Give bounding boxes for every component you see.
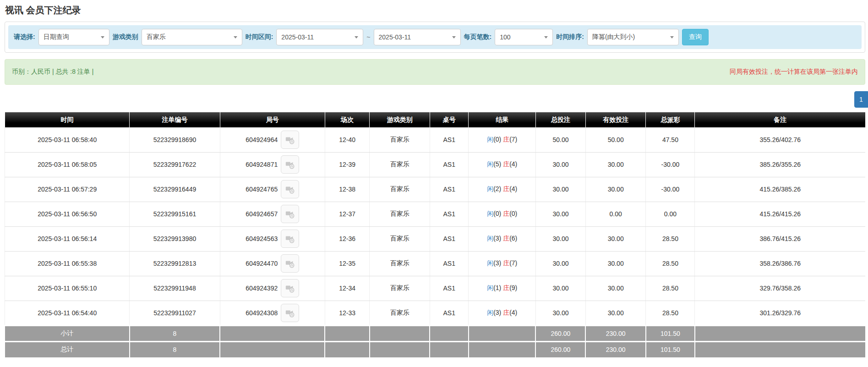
- cell-game-type: 百家乐: [370, 202, 430, 226]
- page-size-select[interactable]: 100: [495, 29, 553, 45]
- total-count: 8: [130, 341, 220, 357]
- banker-result-score: (7): [509, 259, 517, 267]
- total-total-bet: 260.00: [535, 341, 585, 357]
- cell-total-bet[interactable]: 30.00: [535, 276, 585, 301]
- cell-bet-id: 522329911027: [130, 301, 220, 325]
- cell-valid-bet: 30.00: [585, 152, 645, 177]
- table-row: 2025-03-11 06:54:40 522329911027 6049243…: [5, 301, 866, 325]
- cell-remark: 415.26/385.26: [695, 177, 865, 202]
- date-from-select[interactable]: 2025-03-11: [276, 29, 363, 45]
- cell-valid-bet: 0.00: [585, 202, 645, 226]
- cell-time: 2025-03-11 06:58:40: [5, 127, 130, 152]
- player-result-score: (3): [493, 259, 501, 267]
- video-replay-icon: [285, 258, 295, 268]
- player-result-score: (3): [493, 309, 501, 316]
- cell-bet-id: 522329911948: [130, 276, 220, 301]
- cell-result: 闲(3) 庄(4): [469, 301, 536, 325]
- video-replay-button[interactable]: [281, 155, 299, 174]
- video-replay-icon: [285, 308, 295, 318]
- page-1-button[interactable]: 1: [854, 91, 868, 108]
- cell-game-type: 百家乐: [370, 276, 430, 301]
- round-id-value: 604924392: [246, 285, 278, 292]
- cell-time: 2025-03-11 06:57:29: [5, 177, 130, 202]
- records-table: 时间 注单编号 局号 场次 游戏类别 桌号 结果 总投注 有效投注 总派彩 备注…: [5, 112, 865, 357]
- cell-total-bet[interactable]: 30.00: [535, 177, 585, 202]
- cell-session: 12-38: [325, 177, 370, 202]
- player-result-score: (0): [493, 210, 501, 217]
- cell-session: 12-35: [325, 251, 370, 276]
- summary-note: 同局有效投注，统一计算在该局第一张注单内: [730, 68, 858, 76]
- video-replay-button[interactable]: [281, 205, 299, 223]
- game-type-select[interactable]: 百家乐: [142, 29, 242, 45]
- cell-result: 闲(5) 庄(4): [469, 152, 536, 177]
- cell-round-id: 604924308: [220, 301, 325, 325]
- summary-bar: 币别：人民币 | 总共 :8 注单 | 同局有效投注，统一计算在该局第一张注单内: [5, 59, 865, 85]
- video-replay-icon: [285, 234, 295, 244]
- player-result-label: 闲: [487, 185, 493, 192]
- table-row: 2025-03-11 06:56:14 522329913980 6049245…: [5, 226, 866, 251]
- banker-result-score: (0): [509, 210, 517, 217]
- date-to-select[interactable]: 2025-03-11: [374, 29, 461, 45]
- video-replay-button[interactable]: [281, 279, 299, 297]
- query-type-select[interactable]: 日期查询: [38, 29, 109, 45]
- header-total-bet: 总投注: [535, 112, 585, 127]
- table-row: 2025-03-11 06:56:50 522329915161 6049246…: [5, 202, 866, 226]
- date-to-value: 2025-03-11: [379, 33, 411, 41]
- cell-total-bet[interactable]: 30.00: [535, 301, 585, 325]
- cell-session: 12-36: [325, 226, 370, 251]
- game-type-value: 百家乐: [147, 33, 166, 41]
- cell-table-no: AS1: [430, 301, 469, 325]
- banker-result-label: 庄: [503, 235, 509, 242]
- banker-result-label: 庄: [503, 259, 509, 267]
- banker-result-label: 庄: [503, 185, 509, 192]
- cell-round-id: 604924964: [220, 127, 325, 152]
- chevron-down-icon: [101, 36, 104, 38]
- cell-total-bet[interactable]: 30.00: [535, 152, 585, 177]
- cell-time: 2025-03-11 06:56:14: [5, 226, 130, 251]
- cell-round-id: 604924657: [220, 202, 325, 226]
- subtotal-payout: 101.50: [646, 325, 695, 341]
- query-type-label: 请选择:: [14, 33, 35, 41]
- video-replay-button[interactable]: [281, 131, 299, 149]
- cell-total-bet[interactable]: 30.00: [535, 226, 585, 251]
- cell-payout: 28.50: [646, 301, 695, 325]
- search-button[interactable]: 查询: [682, 29, 709, 45]
- subtotal-row: 小计 8 260.00 230.00 101.50: [5, 325, 866, 341]
- cell-time: 2025-03-11 06:58:05: [5, 152, 130, 177]
- header-remark: 备注: [695, 112, 865, 127]
- video-replay-button[interactable]: [281, 254, 299, 273]
- sort-order-select[interactable]: 降冪(由大到小): [587, 29, 679, 45]
- cell-payout: 0.00: [646, 202, 695, 226]
- video-replay-button[interactable]: [281, 230, 299, 248]
- cell-game-type: 百家乐: [370, 177, 430, 202]
- cell-result: 闲(3) 庄(6): [469, 226, 536, 251]
- cell-total-bet[interactable]: 30.00: [535, 251, 585, 276]
- cell-session: 12-39: [325, 152, 370, 177]
- chevron-down-icon: [544, 36, 548, 38]
- cell-remark: 329.76/358.26: [695, 276, 865, 301]
- banker-result-label: 庄: [503, 309, 509, 316]
- video-replay-icon: [285, 283, 295, 293]
- cell-valid-bet: 30.00: [585, 251, 645, 276]
- cell-round-id: 604924765: [220, 177, 325, 202]
- cell-total-bet[interactable]: 50.00: [535, 127, 585, 152]
- time-range-label: 时间区间:: [246, 33, 273, 41]
- round-id-value: 604924563: [246, 235, 278, 242]
- table-row: 2025-03-11 06:55:38 522329912813 6049244…: [5, 251, 866, 276]
- round-id-value: 604924765: [246, 186, 278, 193]
- round-id-value: 604924470: [246, 260, 278, 267]
- cell-time: 2025-03-11 06:56:50: [5, 202, 130, 226]
- total-label: 总计: [5, 341, 130, 357]
- video-replay-button[interactable]: [281, 180, 299, 198]
- cell-table-no: AS1: [430, 202, 469, 226]
- page-size-label: 每页笔数:: [464, 33, 492, 41]
- video-replay-button[interactable]: [281, 304, 299, 322]
- cell-total-bet[interactable]: 30.00: [535, 202, 585, 226]
- round-id-value: 604924964: [246, 136, 278, 143]
- subtotal-label: 小计: [5, 325, 130, 341]
- page-size-value: 100: [500, 33, 510, 41]
- query-type-value: 日期查询: [44, 33, 69, 41]
- cell-table-no: AS1: [430, 251, 469, 276]
- chevron-down-icon: [452, 36, 456, 38]
- cell-remark: 301.26/329.76: [695, 301, 865, 325]
